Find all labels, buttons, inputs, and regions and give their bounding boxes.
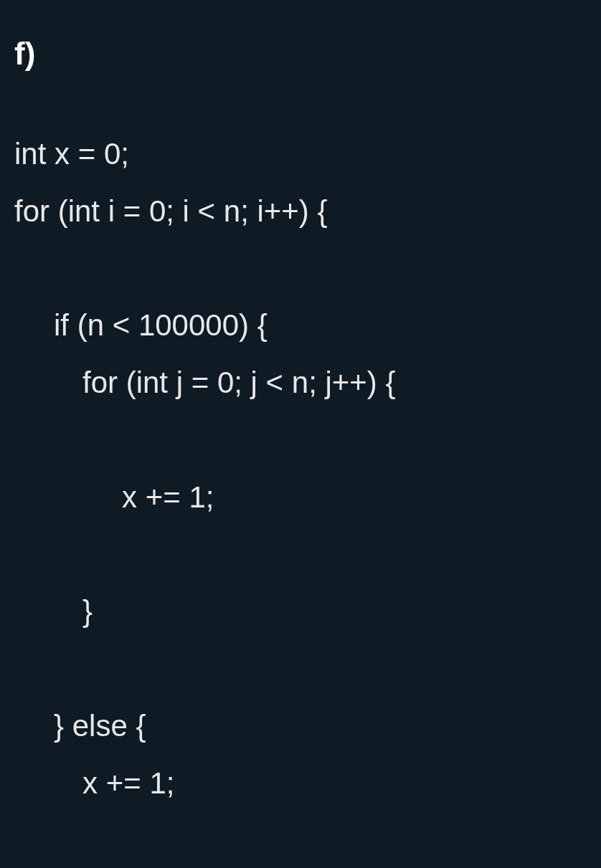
code-line-blank xyxy=(14,411,587,469)
code-line-blank xyxy=(14,240,587,297)
code-line-7: x += 1; xyxy=(14,469,587,526)
code-line-12: x += 1; xyxy=(14,755,587,812)
code-line-blank xyxy=(14,812,587,868)
code-line-4: if (n < 100000) { xyxy=(14,297,587,354)
code-line-1: int x = 0; xyxy=(14,125,587,183)
code-line-blank xyxy=(14,640,587,697)
code-line-9: } xyxy=(14,583,587,640)
code-line-blank xyxy=(14,526,587,583)
code-line-2: for (int i = 0; i < n; i++) { xyxy=(14,183,587,240)
code-line-5: for (int j = 0; j < n; j++) { xyxy=(14,354,587,411)
section-heading: f) xyxy=(14,36,587,72)
code-line-11: } else { xyxy=(14,697,587,755)
